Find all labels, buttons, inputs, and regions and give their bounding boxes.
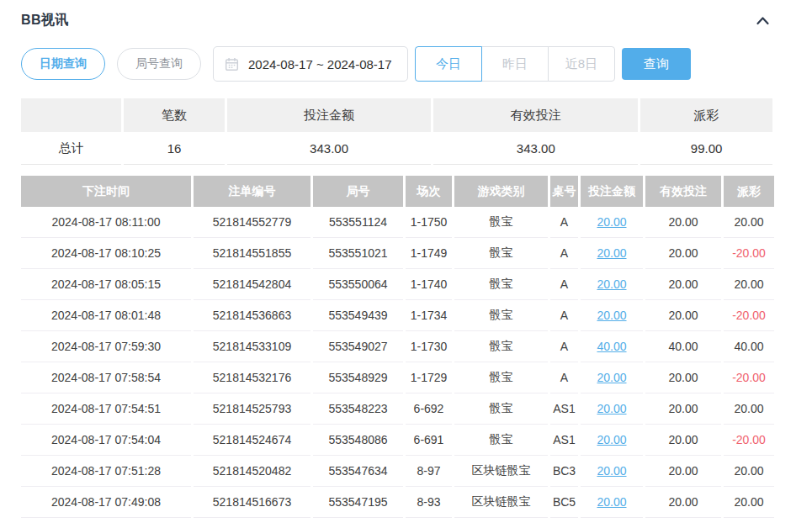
- round-id-cell: 553551124: [313, 207, 403, 238]
- tab-date-query[interactable]: 日期查询: [21, 48, 105, 80]
- game-type-cell: 骰宝: [454, 393, 548, 425]
- session-cell: 1-1730: [406, 331, 452, 362]
- panel-header: BB视讯: [21, 12, 772, 29]
- summary-total-payout: 99.00: [640, 132, 772, 165]
- valid-bet-cell: 20.00: [645, 269, 721, 300]
- summary-col-bet-amount: 投注金额: [227, 98, 432, 132]
- round-id-cell: 553551021: [313, 238, 403, 269]
- table-no-cell: A: [550, 362, 578, 393]
- game-type-cell: 区块链骰宝: [454, 487, 548, 518]
- order-id-cell: 521814551855: [194, 238, 310, 269]
- bet-amount-link[interactable]: 40.00: [581, 331, 643, 362]
- records-table: 下注时间 注单编号 局号 场次 游戏类别 桌号 投注金额 有效投注 派彩 202…: [19, 176, 777, 518]
- table-row: 2024-08-17 08:10:25521814551855553551021…: [21, 238, 774, 269]
- game-type-cell: 骰宝: [454, 207, 548, 238]
- quick-yesterday-button[interactable]: 昨日: [481, 46, 549, 82]
- valid-bet-cell: 20.00: [645, 393, 721, 425]
- bet-amount-link[interactable]: 20.00: [581, 487, 643, 518]
- table-row: 2024-08-17 07:54:51521814525793553548223…: [21, 393, 774, 425]
- col-valid-bet: 有效投注: [645, 176, 721, 207]
- payout-cell: 20.00: [724, 487, 774, 518]
- bet-time-cell: 2024-08-17 08:05:15: [21, 269, 191, 300]
- order-id-cell: 521814536863: [194, 300, 310, 331]
- bet-amount-link[interactable]: 20.00: [581, 269, 643, 300]
- table-row: 2024-08-17 07:49:08521814516673553547195…: [21, 487, 774, 518]
- col-bet-time: 下注时间: [21, 176, 191, 207]
- round-id-cell: 553549027: [313, 331, 403, 362]
- valid-bet-cell: 20.00: [645, 207, 721, 238]
- order-id-cell: 521814524674: [194, 425, 310, 456]
- table-row: 2024-08-17 07:51:28521814520482553547634…: [21, 456, 774, 487]
- summary-header-row: 笔数 投注金额 有效投注 派彩: [21, 98, 772, 132]
- summary-table: 笔数 投注金额 有效投注 派彩 总计 16 343.00 343.00 99.0…: [19, 98, 775, 165]
- bb-video-panel: BB视讯 日期查询 局号查询 2024-08-17 ~ 2024-08-17: [0, 0, 812, 518]
- order-id-cell: 521814532176: [194, 362, 310, 393]
- bet-time-cell: 2024-08-17 07:59:30: [21, 331, 191, 362]
- bet-amount-link[interactable]: 20.00: [581, 456, 643, 487]
- table-no-cell: A: [550, 238, 578, 269]
- table-row: 2024-08-17 08:05:15521814542804553550064…: [21, 269, 774, 300]
- order-id-cell: 521814533109: [194, 331, 310, 362]
- bet-amount-link[interactable]: 20.00: [581, 300, 643, 331]
- bet-time-cell: 2024-08-17 07:54:04: [21, 425, 191, 456]
- quick-today-button[interactable]: 今日: [415, 46, 482, 82]
- page-title: BB视讯: [21, 12, 69, 29]
- col-round-id: 局号: [313, 176, 403, 207]
- order-id-cell: 521814542804: [194, 269, 310, 300]
- valid-bet-cell: 20.00: [645, 362, 721, 393]
- table-no-cell: A: [550, 269, 578, 300]
- game-type-cell: 区块链骰宝: [454, 456, 548, 487]
- session-cell: 6-692: [406, 393, 452, 425]
- records-body: 2024-08-17 08:11:00521814552779553551124…: [21, 207, 774, 518]
- order-id-cell: 521814525793: [194, 393, 310, 425]
- col-bet-amount: 投注金额: [581, 176, 643, 207]
- calendar-icon: [225, 57, 239, 71]
- round-id-cell: 553548929: [313, 362, 403, 393]
- round-id-cell: 553548223: [313, 393, 403, 425]
- table-no-cell: A: [550, 300, 578, 331]
- session-cell: 1-1740: [406, 269, 452, 300]
- bet-time-cell: 2024-08-17 07:49:08: [21, 487, 191, 518]
- summary-total-valid-bet: 343.00: [433, 132, 638, 165]
- valid-bet-cell: 40.00: [645, 331, 721, 362]
- order-id-cell: 521814552779: [194, 207, 310, 238]
- bet-amount-link[interactable]: 20.00: [581, 425, 643, 456]
- bet-time-cell: 2024-08-17 07:51:28: [21, 456, 191, 487]
- bet-amount-link[interactable]: 20.00: [581, 207, 643, 238]
- round-id-cell: 553549439: [313, 300, 403, 331]
- valid-bet-cell: 20.00: [645, 456, 721, 487]
- summary-total-count: 16: [124, 132, 224, 165]
- summary-total-row: 总计 16 343.00 343.00 99.00: [21, 132, 772, 165]
- bet-amount-link[interactable]: 20.00: [581, 362, 643, 393]
- round-id-cell: 553548086: [313, 425, 403, 456]
- game-type-cell: 骰宝: [454, 269, 548, 300]
- payout-cell: 20.00: [724, 207, 774, 238]
- summary-total-bet-amount: 343.00: [227, 132, 432, 165]
- tab-round-query[interactable]: 局号查询: [117, 48, 201, 80]
- table-row: 2024-08-17 07:54:04521814524674553548086…: [21, 425, 774, 456]
- order-id-cell: 521814516673: [194, 487, 310, 518]
- query-button[interactable]: 查询: [622, 48, 691, 80]
- valid-bet-cell: 20.00: [645, 238, 721, 269]
- col-session: 场次: [406, 176, 452, 207]
- bet-amount-link[interactable]: 20.00: [581, 238, 643, 269]
- valid-bet-cell: 20.00: [645, 487, 721, 518]
- game-type-cell: 骰宝: [454, 425, 548, 456]
- bet-time-cell: 2024-08-17 07:54:51: [21, 393, 191, 425]
- date-range-input[interactable]: 2024-08-17 ~ 2024-08-17: [213, 46, 408, 82]
- payout-cell: -20.00: [724, 362, 774, 393]
- game-type-cell: 骰宝: [454, 362, 548, 393]
- round-id-cell: 553547634: [313, 456, 403, 487]
- date-range-value: 2024-08-17 ~ 2024-08-17: [248, 57, 392, 71]
- collapse-button[interactable]: [753, 13, 772, 29]
- bet-amount-link[interactable]: 20.00: [581, 393, 643, 425]
- summary-col-valid-bet: 有效投注: [433, 98, 638, 132]
- quick-last8days-button[interactable]: 近8日: [548, 46, 615, 82]
- summary-col-blank: [21, 98, 121, 132]
- records-header-row: 下注时间 注单编号 局号 场次 游戏类别 桌号 投注金额 有效投注 派彩: [21, 176, 774, 207]
- table-row: 2024-08-17 07:58:54521814532176553548929…: [21, 362, 774, 393]
- session-cell: 8-97: [406, 456, 452, 487]
- bet-time-cell: 2024-08-17 08:11:00: [21, 207, 191, 238]
- summary-col-count: 笔数: [124, 98, 224, 132]
- payout-cell: -20.00: [724, 425, 774, 456]
